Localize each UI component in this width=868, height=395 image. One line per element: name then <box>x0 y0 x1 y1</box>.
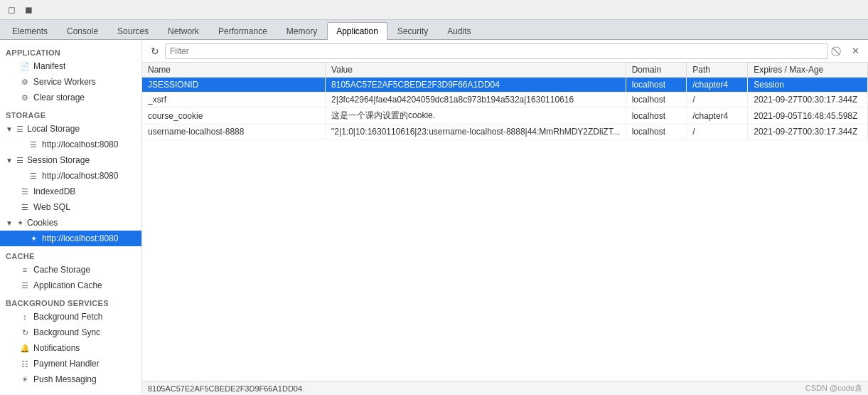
cell-value: 2|3fc42964|fae4a04204059dc81a8c973b194a5… <box>326 93 626 107</box>
col-header-expires: Expires / Max-Age <box>748 63 868 78</box>
cache-storage-label: Cache Storage <box>33 265 90 275</box>
tab-console[interactable]: Console <box>58 22 107 39</box>
storage-section-label: Storage <box>0 105 141 121</box>
sidebar-item-cookies-child[interactable]: ✦ http://localhost:8080 <box>0 231 141 246</box>
cell-domain: localhost <box>626 78 687 93</box>
local-storage-child-icon: ☰ <box>28 140 38 149</box>
sidebar-item-indexeddb[interactable]: ☰ IndexedDB <box>0 184 141 199</box>
service-workers-label: Service Workers <box>33 77 96 87</box>
sidebar-item-payment-handler[interactable]: ☷ Payment Handler <box>0 356 141 372</box>
cookies-arrow[interactable]: ▼ <box>6 219 13 227</box>
main-layout: Application 📄 Manifest ⚙ Service Workers… <box>0 40 868 395</box>
manifest-label: Manifest <box>33 61 65 71</box>
sidebar-item-application-cache[interactable]: ☰ Application Cache <box>0 278 141 293</box>
cell-expires: Session <box>748 78 868 93</box>
cookies-child-icon: ✦ <box>28 234 38 243</box>
background-sync-icon: ↻ <box>20 328 30 337</box>
sidebar-item-cache-storage[interactable]: ≡ Cache Storage <box>0 262 141 278</box>
filter-no-icon[interactable]: ⃠ <box>831 44 845 58</box>
indexeddb-label: IndexedDB <box>33 186 75 196</box>
background-fetch-label: Background Fetch <box>33 312 102 322</box>
local-storage-label: Local Storage <box>27 124 80 134</box>
sidebar-item-session-storage-child[interactable]: ☰ http://localhost:8080 <box>0 168 141 184</box>
table-header-row: Name Value Domain Path Expires / Max-Age <box>142 63 868 78</box>
web-sql-icon: ☰ <box>20 203 30 212</box>
table-row[interactable]: _xsrf2|3fc42964|fae4a04204059dc81a8c973b… <box>142 93 868 107</box>
web-sql-label: Web SQL <box>33 202 70 212</box>
push-messaging-icon: ☀ <box>20 375 30 384</box>
cell-name: _xsrf <box>142 93 326 107</box>
table-row[interactable]: username-localhost-8888"2|1:0|10:1630110… <box>142 125 868 139</box>
cell-value: 这是一个课内设置的cookie. <box>326 107 626 125</box>
payment-handler-label: Payment Handler <box>33 359 100 369</box>
application-cache-icon: ☰ <box>20 281 30 290</box>
cookies-label: Cookies <box>27 218 58 228</box>
cell-name: JSESSIONID <box>142 78 326 93</box>
tab-bar: Elements Console Sources Network Perform… <box>0 20 868 40</box>
tab-sources[interactable]: Sources <box>108 22 158 39</box>
content-area: ↻ ⃠ ✕ Name Value Domain Path Expires / M… <box>142 40 868 395</box>
cell-value: 8105AC57E2AF5CBEDE2F3D9F66A1DD04 <box>326 78 626 93</box>
refresh-button[interactable]: ↻ <box>148 44 162 58</box>
sidebar-item-background-fetch[interactable]: ↕ Background Fetch <box>0 309 141 325</box>
session-storage-arrow[interactable]: ▼ <box>6 157 13 164</box>
manifest-icon: 📄 <box>20 62 30 71</box>
sidebar-item-service-workers[interactable]: ⚙ Service Workers <box>0 74 141 90</box>
cell-expires: 2021-09-27T00:30:17.344Z <box>748 125 868 139</box>
cell-domain: localhost <box>626 107 687 125</box>
sidebar-item-background-sync[interactable]: ↻ Background Sync <box>0 325 141 340</box>
status-value: 8105AC57E2AF5CBEDE2F3D9F66A1DD04 <box>148 384 302 393</box>
filter-input[interactable] <box>165 43 828 59</box>
cookies-data-table: Name Value Domain Path Expires / Max-Age… <box>142 63 868 139</box>
tab-security[interactable]: Security <box>388 22 437 39</box>
watermark: CSDN @code袁 <box>805 383 862 394</box>
application-cache-label: Application Cache <box>33 280 102 290</box>
session-storage-header[interactable]: ▼ ☰ Session Storage <box>0 152 141 168</box>
cell-path: / <box>687 93 748 107</box>
table-row[interactable]: course_cookie这是一个课内设置的cookie.localhost/c… <box>142 107 868 125</box>
cell-expires: 2021-09-05T16:48:45.598Z <box>748 107 868 125</box>
local-storage-arrow[interactable]: ▼ <box>6 125 13 133</box>
cookies-header[interactable]: ▼ ✦ Cookies <box>0 215 141 231</box>
sidebar-item-local-storage-child[interactable]: ☰ http://localhost:8080 <box>0 137 141 152</box>
cell-name: username-localhost-8888 <box>142 125 326 139</box>
cookie-table: Name Value Domain Path Expires / Max-Age… <box>142 63 868 381</box>
cookies-icon: ✦ <box>15 218 25 228</box>
notifications-label: Notifications <box>33 343 80 353</box>
col-header-path: Path <box>687 63 748 78</box>
cell-name: course_cookie <box>142 107 326 125</box>
col-header-value: Value <box>326 63 626 78</box>
local-storage-icon: ☰ <box>15 125 25 134</box>
tab-memory[interactable]: Memory <box>277 22 326 39</box>
tab-application[interactable]: Application <box>327 22 387 40</box>
cache-section-label: Cache <box>0 246 141 262</box>
sidebar-item-push-messaging[interactable]: ☀ Push Messaging <box>0 372 141 387</box>
notifications-icon: 🔔 <box>20 344 30 353</box>
background-services-label: Background Services <box>0 293 141 309</box>
col-header-name: Name <box>142 63 326 78</box>
cell-path: /chapter4 <box>687 78 748 93</box>
session-storage-child-label: http://localhost:8080 <box>42 171 118 181</box>
tab-elements[interactable]: Elements <box>3 22 57 39</box>
clear-storage-label: Clear storage <box>33 93 85 102</box>
local-storage-header[interactable]: ▼ ☰ Local Storage <box>0 121 141 137</box>
session-storage-label: Session Storage <box>27 155 90 165</box>
table-row[interactable]: JSESSIONID8105AC57E2AF5CBEDE2F3D9F66A1DD… <box>142 78 868 93</box>
sidebar-item-web-sql[interactable]: ☰ Web SQL <box>0 199 141 215</box>
background-fetch-icon: ↕ <box>20 312 30 321</box>
tab-performance[interactable]: Performance <box>209 22 277 39</box>
dock-icon[interactable]: ◼ <box>21 3 36 17</box>
filter-close-icon[interactable]: ✕ <box>848 44 862 58</box>
session-storage-icon: ☰ <box>15 156 25 165</box>
devtools-icon[interactable]: ◻ <box>4 3 18 17</box>
sidebar-item-manifest[interactable]: 📄 Manifest <box>0 58 141 74</box>
col-header-domain: Domain <box>626 63 687 78</box>
clear-storage-icon: ⚙ <box>20 93 30 102</box>
tab-network[interactable]: Network <box>159 22 208 39</box>
sidebar-item-notifications[interactable]: 🔔 Notifications <box>0 340 141 356</box>
cell-domain: localhost <box>626 93 687 107</box>
sidebar-item-clear-storage[interactable]: ⚙ Clear storage <box>0 90 141 105</box>
service-workers-icon: ⚙ <box>20 78 30 87</box>
tab-audits[interactable]: Audits <box>438 22 480 39</box>
push-messaging-label: Push Messaging <box>33 374 97 384</box>
